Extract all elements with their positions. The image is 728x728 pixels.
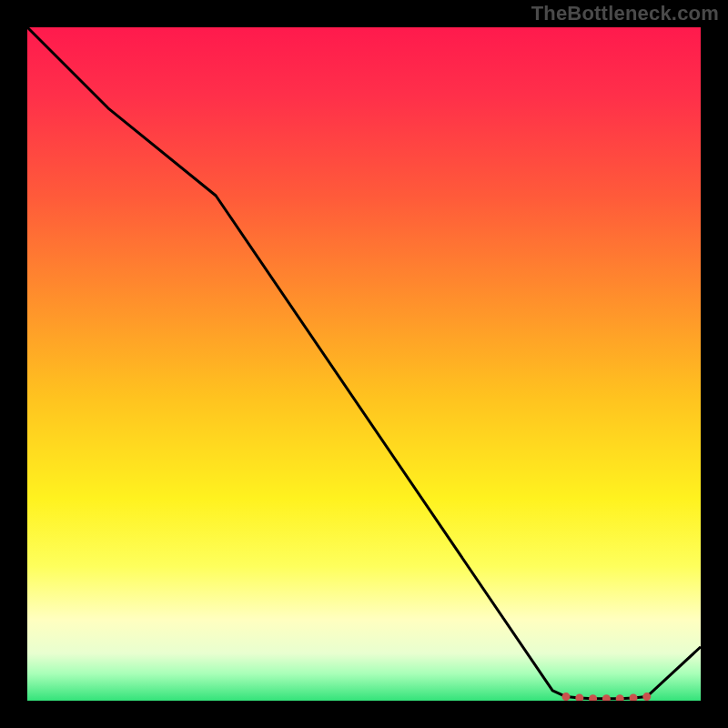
chart-svg bbox=[27, 27, 701, 701]
chart-frame: TheBottleneck.com bbox=[0, 0, 728, 728]
highlight-dot bbox=[616, 694, 624, 701]
bottleneck-curve-path bbox=[27, 27, 701, 699]
highlight-dot bbox=[642, 693, 651, 701]
plot-area bbox=[27, 27, 701, 701]
highlight-dot bbox=[589, 694, 597, 701]
highlight-dot bbox=[602, 694, 611, 701]
watermark-text: TheBottleneck.com bbox=[531, 2, 719, 25]
highlight-dot bbox=[575, 694, 583, 702]
highlight-dot bbox=[630, 694, 638, 702]
highlight-dot bbox=[562, 693, 571, 701]
